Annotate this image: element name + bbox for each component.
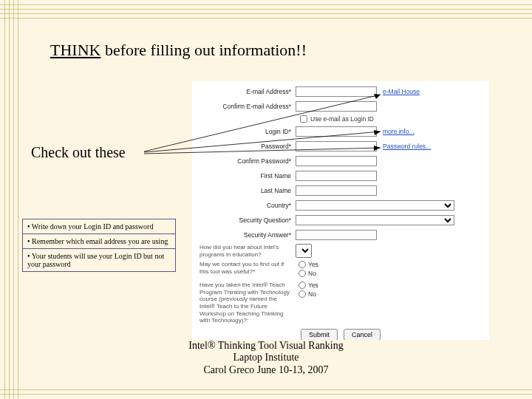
country-label: Country*	[200, 202, 296, 209]
security-a-label: Security Answer*	[200, 231, 296, 239]
q2-yes-radio[interactable]	[299, 261, 306, 268]
footer: Intel® Thinking Tool Visual Ranking Lapt…	[0, 340, 532, 377]
q2-label: May we contact you to find out if this t…	[200, 261, 296, 275]
login-id-label: Login ID*	[200, 128, 296, 135]
use-email-label: Use e-mail as Login ID	[310, 115, 374, 123]
last-name-label: Last Name	[200, 187, 296, 194]
slide-title: THINK before filling out information!!	[50, 41, 307, 60]
confirm-email-label: Confirm E-mail Address*	[200, 103, 296, 110]
security-q-label: Security Question*	[200, 216, 296, 224]
q1-select[interactable]	[296, 244, 312, 258]
first-name-field[interactable]	[296, 171, 377, 181]
use-email-checkbox[interactable]	[300, 115, 307, 123]
security-q-select[interactable]	[296, 215, 454, 225]
q3-yes-radio[interactable]	[299, 282, 306, 289]
footer-line2: Laptop Institute	[0, 352, 532, 364]
login-help-link[interactable]: more info...	[383, 128, 415, 135]
note-item: • Your students will use your Login ID b…	[23, 249, 175, 271]
email-label: E-mail Address*	[200, 88, 296, 95]
password-label: Password*	[200, 143, 296, 150]
confirm-password-field[interactable]	[296, 156, 377, 166]
q2-no-radio[interactable]	[299, 270, 306, 277]
login-id-field[interactable]	[296, 126, 377, 137]
email-field[interactable]	[296, 86, 377, 97]
footer-line1: Intel® Thinking Tool Visual Ranking	[0, 340, 532, 352]
q3-label: Have you taken the Intel® Teach Program …	[200, 282, 296, 324]
first-name-label: First Name	[200, 172, 296, 180]
q1-label: How did you hear about Intel's programs …	[200, 244, 296, 258]
security-a-field[interactable]	[296, 230, 377, 240]
email-help-link[interactable]: e-Mail House	[383, 88, 420, 95]
password-field[interactable]	[296, 141, 377, 151]
last-name-field[interactable]	[296, 185, 377, 196]
checkout-label: Check out these	[31, 144, 126, 161]
notes-box: • Write down your Login ID and password …	[22, 219, 176, 272]
note-item: • Remember which email address you are u…	[23, 234, 175, 249]
password-help-link[interactable]: Password rules...	[383, 143, 431, 150]
footer-line3: Carol Greco June 10-13, 2007	[0, 364, 532, 377]
submit-button[interactable]: Submit	[301, 329, 338, 340]
confirm-email-field[interactable]	[296, 101, 377, 112]
cancel-button[interactable]: Cancel	[344, 329, 381, 340]
country-select[interactable]	[296, 200, 454, 211]
note-item: • Write down your Login ID and password	[23, 219, 175, 234]
confirm-password-label: Confirm Password*	[200, 157, 296, 165]
q3-no-radio[interactable]	[299, 290, 306, 298]
registration-form: E-mail Address* e-Mail House Confirm E-m…	[192, 81, 489, 340]
